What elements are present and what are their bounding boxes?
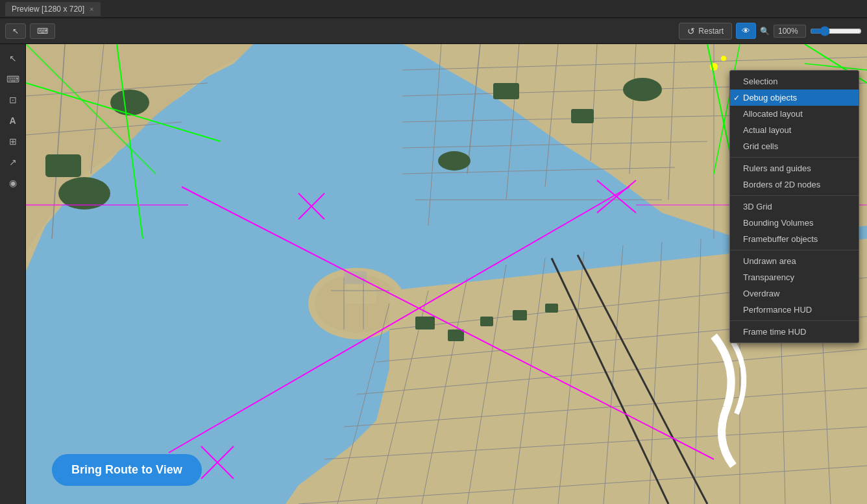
restart-label: Restart [698, 27, 724, 36]
keyboard-icon: ⌨ [37, 27, 48, 36]
dropdown-item-bounding-volumes[interactable]: Bounding Volumes [730, 215, 859, 231]
map-viewport: Bring Route to View SelectionDebug objec… [26, 44, 867, 504]
sidebar-cursor-icon[interactable]: ↖ [3, 49, 23, 67]
tab-close-icon[interactable]: × [90, 5, 93, 13]
dropdown-item-transparency[interactable]: Transparency [730, 269, 859, 285]
eye-icon: 👁 [742, 26, 750, 36]
preview-tab[interactable]: Preview [1280 x 720] × [5, 2, 101, 16]
debug-eye-button[interactable]: 👁 [736, 23, 756, 39]
dropdown-separator [730, 195, 859, 196]
svg-rect-61 [480, 317, 493, 326]
dropdown-item-grid-cells[interactable]: Grid cells [730, 138, 859, 154]
dropdown-item-allocated-layout[interactable]: Allocated layout [730, 106, 859, 122]
debug-dropdown-menu: SelectionDebug objectsAllocated layoutAc… [729, 70, 859, 343]
dropdown-separator [730, 250, 859, 250]
keyboard-button[interactable]: ⌨ [30, 23, 55, 39]
svg-point-30 [721, 56, 726, 61]
content-area: ↖ ⌨ ⊡ A ⊞ ↗ ◉ [0, 44, 867, 504]
svg-rect-9 [45, 154, 81, 177]
dropdown-item-undrawn-area[interactable]: Undrawn area [730, 253, 859, 269]
dropdown-item-framebuffer[interactable]: Framebuffer objects [730, 231, 859, 247]
svg-rect-62 [513, 310, 527, 320]
zoom-slider[interactable] [810, 26, 862, 36]
bring-route-button[interactable]: Bring Route to View [52, 454, 202, 486]
cursor-button[interactable]: ↖ [5, 23, 26, 39]
svg-point-28 [623, 78, 662, 101]
restart-button[interactable]: ↺ Restart [679, 23, 732, 40]
svg-rect-27 [571, 109, 594, 123]
svg-rect-37 [344, 271, 367, 284]
svg-rect-26 [493, 83, 519, 99]
tab-label: Preview [1280 x 720] [12, 5, 84, 14]
dropdown-item-3d-grid[interactable]: 3D Grid [730, 198, 859, 215]
dropdown-item-borders-2d[interactable]: Borders of 2D nodes [730, 176, 859, 193]
svg-rect-59 [415, 317, 435, 330]
main-toolbar: ↖ ⌨ ↺ Restart 👁 🔍 100% [0, 18, 867, 44]
svg-point-8 [110, 90, 149, 115]
dropdown-item-selection[interactable]: Selection [730, 73, 859, 90]
svg-rect-60 [448, 330, 464, 341]
sidebar-select-icon[interactable]: ⊡ [3, 91, 23, 109]
svg-rect-33 [344, 284, 376, 304]
dropdown-item-performance-hud[interactable]: Performance HUD [730, 302, 859, 318]
left-sidebar: ↖ ⌨ ⊡ A ⊞ ↗ ◉ [0, 44, 26, 504]
dropdown-item-frame-time-hud[interactable]: Frame time HUD [730, 324, 859, 340]
dropdown-item-actual-layout[interactable]: Actual layout [730, 122, 859, 138]
sidebar-share-icon[interactable]: ↗ [3, 153, 23, 171]
sidebar-keyboard-icon[interactable]: ⌨ [3, 70, 23, 88]
sidebar-text-icon[interactable]: A [3, 112, 23, 130]
dropdown-item-debug-objects[interactable]: Debug objects [730, 90, 859, 106]
zoom-input[interactable]: 100% [774, 25, 806, 38]
search-icon: 🔍 [760, 27, 770, 36]
dropdown-separator [730, 157, 859, 158]
title-bar: Preview [1280 x 720] × [0, 0, 867, 18]
dropdown-separator [730, 320, 859, 321]
dropdown-item-rulers-guides[interactable]: Rulers and guides [730, 160, 859, 176]
sidebar-layers-icon[interactable]: ⊞ [3, 132, 23, 150]
sidebar-camera-icon[interactable]: ◉ [3, 174, 23, 192]
svg-point-25 [438, 151, 470, 171]
zoom-area: 🔍 100% [760, 25, 862, 38]
dropdown-item-overdraw[interactable]: Overdraw [730, 285, 859, 302]
svg-rect-63 [545, 304, 558, 313]
cursor-icon: ↖ [12, 27, 19, 36]
restart-icon: ↺ [687, 26, 695, 36]
